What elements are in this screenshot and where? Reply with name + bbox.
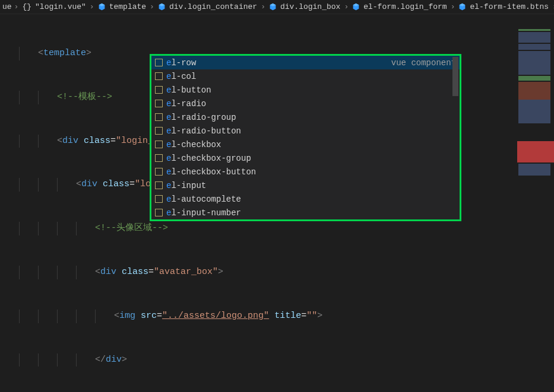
snippet-icon — [155, 100, 163, 107]
bc-login-container[interactable]: div.login_container — [169, 2, 257, 11]
bc-cube-icon — [458, 3, 466, 11]
breadcrumb[interactable]: ue › {} "login.vue" › template › div.log… — [0, 0, 554, 14]
chevron-right-icon: › — [451, 2, 455, 11]
snippet-icon — [155, 154, 163, 162]
bc-cube-icon — [158, 3, 166, 11]
bc-file[interactable]: ue › — [2, 2, 18, 11]
autocomplete-item-el-col[interactable]: el-col — [151, 69, 460, 83]
bc-template[interactable]: template — [109, 2, 146, 11]
autocomplete-item-el-button[interactable]: el-button — [151, 83, 460, 97]
snippet-icon — [155, 72, 163, 80]
autocomplete-popup[interactable]: el-row vue component el-col el-button el… — [150, 54, 461, 221]
file-ext-label: ue — [2, 2, 12, 11]
comment: <!--头像区域--> — [95, 222, 168, 235]
snippet-icon — [155, 141, 163, 148]
autocomplete-item-el-input-number[interactable]: el-input-number — [151, 206, 460, 219]
comment: <!--模板--> — [57, 91, 112, 104]
autocomplete-item-el-autocomplete[interactable]: el-autocomplete — [151, 192, 460, 206]
minimap[interactable] — [517, 28, 554, 183]
chevron-right-icon: › — [344, 2, 349, 11]
autocomplete-item-el-radio-group[interactable]: el-radio-group — [151, 110, 460, 124]
snippet-icon — [155, 113, 163, 121]
autocomplete-item-el-checkbox-group[interactable]: el-checkbox-group — [151, 151, 460, 165]
autocomplete-item-el-radio[interactable]: el-radio — [151, 97, 460, 110]
chevron-right-icon: › — [14, 2, 19, 11]
chevron-right-icon: › — [90, 2, 94, 11]
code-line[interactable]: <img src="../assets/logo.png" title=""> — [17, 310, 554, 323]
braces-icon: {} — [22, 2, 31, 11]
bc-el-form-item[interactable]: el-form-item.btns — [470, 2, 549, 11]
snippet-icon — [155, 209, 163, 216]
autocomplete-item-el-radio-button[interactable]: el-radio-button — [151, 124, 460, 138]
code-line[interactable]: <div class="avatar_box"> — [17, 266, 554, 279]
bc-cube-icon — [98, 3, 106, 11]
autocomplete-item-el-row[interactable]: el-row vue component — [151, 56, 460, 69]
bc-bracket[interactable]: {} — [22, 2, 31, 11]
snippet-icon — [155, 181, 163, 189]
line-number-gutter — [0, 14, 17, 392]
snippet-icon — [155, 127, 163, 135]
scrollbar-thumb[interactable] — [452, 57, 458, 96]
bc-el-form[interactable]: el-form.login_form — [363, 2, 447, 11]
bc-login-box[interactable]: div.login_box — [280, 2, 340, 11]
snippet-icon — [155, 86, 163, 94]
autocomplete-item-el-input[interactable]: el-input — [151, 179, 460, 192]
snippet-icon — [155, 195, 163, 203]
chevron-right-icon: › — [261, 2, 265, 11]
snippet-icon — [155, 168, 163, 176]
bc-cube-icon — [269, 3, 277, 11]
chevron-right-icon: › — [150, 2, 154, 11]
autocomplete-item-el-checkbox-button[interactable]: el-checkbox-button — [151, 165, 460, 179]
bc-filename[interactable]: "login.vue" — [35, 2, 86, 11]
autocomplete-hint: vue component — [391, 58, 456, 68]
autocomplete-item-el-checkbox[interactable]: el-checkbox — [151, 138, 460, 151]
code-line[interactable]: <!--头像区域--> — [17, 222, 554, 235]
bc-cube-icon — [352, 3, 360, 11]
snippet-icon — [155, 59, 163, 66]
code-line[interactable]: </div> — [17, 353, 554, 367]
